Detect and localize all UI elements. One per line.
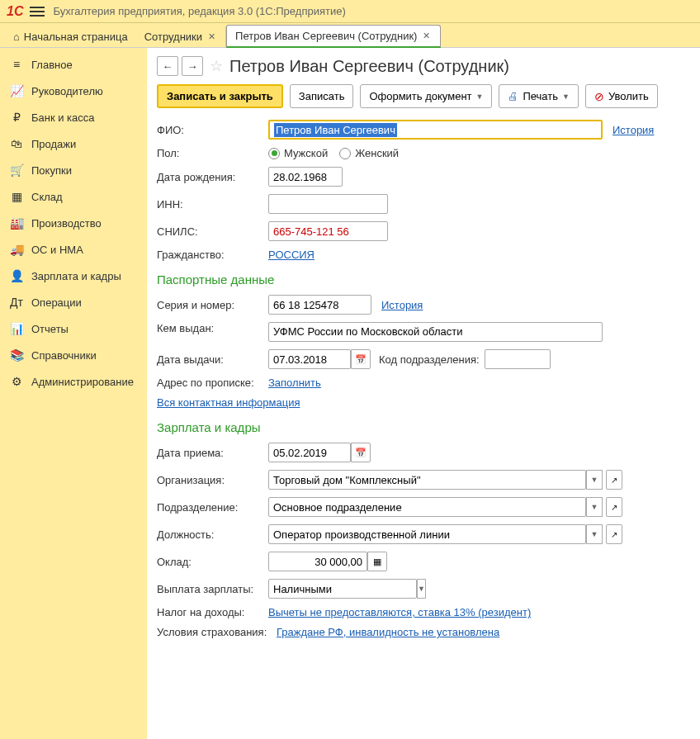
passport-issued-label: Кем выдан: xyxy=(157,322,268,334)
tab-employees[interactable]: Сотрудники ✕ xyxy=(136,26,226,47)
dropdown-icon[interactable]: ▼ xyxy=(586,497,603,517)
calendar-icon[interactable]: 📅 xyxy=(351,443,371,462)
sidebar-icon: ▦ xyxy=(10,190,23,203)
tax-link[interactable]: Вычеты не предоставляются, ставка 13% (р… xyxy=(268,606,531,618)
position-input[interactable] xyxy=(268,524,586,544)
all-contact-link[interactable]: Вся контактная информация xyxy=(157,396,300,409)
save-close-button[interactable]: Записать и закрыть xyxy=(157,84,283,108)
passport-history-link[interactable]: История xyxy=(381,299,423,311)
radio-male[interactable]: Мужской xyxy=(268,147,328,159)
sidebar-icon: ₽ xyxy=(10,111,23,124)
passport-code-input[interactable] xyxy=(485,349,551,369)
sidebar-item-label: ОС и НМА xyxy=(31,244,83,256)
sidebar-item-label: Руководителю xyxy=(31,85,103,97)
citizenship-label: Гражданство: xyxy=(157,249,268,261)
sidebar-item[interactable]: 🛒Покупки xyxy=(0,157,147,183)
sidebar-item-label: Отчеты xyxy=(31,323,69,335)
back-button[interactable]: ← xyxy=(157,56,178,76)
toolbar: Записать и закрыть Записать Оформить док… xyxy=(157,84,690,108)
sidebar-item-label: Операции xyxy=(31,296,82,309)
tax-label: Налог на доходы: xyxy=(157,606,268,618)
favorite-icon[interactable]: ☆ xyxy=(210,57,223,75)
sidebar-item-label: Банк и касса xyxy=(31,111,95,124)
sidebar-icon: 📈 xyxy=(10,84,23,97)
tab-home-label: Начальная страница xyxy=(24,31,128,43)
sidebar-item[interactable]: 📚Справочники xyxy=(0,342,147,368)
sidebar-icon: 🚚 xyxy=(10,243,23,256)
sidebar-item-label: Склад xyxy=(31,191,63,203)
salary-input[interactable] xyxy=(268,552,367,571)
dropdown-icon[interactable]: ▼ xyxy=(586,524,603,544)
fio-history-link[interactable]: История xyxy=(612,124,654,136)
tab-home[interactable]: ⌂ Начальная страница xyxy=(5,26,136,47)
sidebar-item[interactable]: ДтОперации xyxy=(0,289,147,315)
passport-issued-input[interactable]: УФМС России по Московской области xyxy=(268,322,603,342)
address-label: Адрес по прописке: xyxy=(157,377,268,389)
snils-input[interactable] xyxy=(268,221,388,241)
sidebar-item[interactable]: ⚙Администрирование xyxy=(0,368,147,395)
fire-button[interactable]: ⊘Уволить xyxy=(585,84,658,108)
passport-date-input[interactable] xyxy=(268,349,351,369)
tab-employees-label: Сотрудники xyxy=(144,31,202,43)
inn-input[interactable] xyxy=(268,194,388,214)
app-logo: 1C xyxy=(7,4,23,19)
open-ref-button[interactable]: ↗ xyxy=(606,497,622,517)
open-ref-button[interactable]: ↗ xyxy=(606,470,622,490)
sidebar-icon: Дт xyxy=(10,296,23,309)
fio-input[interactable]: Петров Иван Сергеевич xyxy=(268,120,603,140)
dept-input[interactable] xyxy=(268,497,586,517)
sidebar-item[interactable]: 🏭Производство xyxy=(0,210,147,236)
close-icon[interactable]: ✕ xyxy=(421,31,432,41)
position-label: Должность: xyxy=(157,528,268,541)
sidebar-item[interactable]: ₽Банк и касса xyxy=(0,104,147,130)
sidebar-item[interactable]: 🛍Продажи xyxy=(0,130,147,157)
dob-label: Дата рождения: xyxy=(157,171,268,183)
sidebar-item-label: Покупки xyxy=(31,164,72,177)
dropdown-icon[interactable]: ▼ xyxy=(417,579,426,599)
sex-label: Пол: xyxy=(157,147,268,159)
snils-label: СНИЛС: xyxy=(157,225,268,238)
sidebar-item[interactable]: 📈Руководителю xyxy=(0,78,147,104)
org-label: Организация: xyxy=(157,474,268,486)
address-fill-link[interactable]: Заполнить xyxy=(268,377,321,389)
passport-serial-input[interactable] xyxy=(268,295,371,315)
sidebar-item[interactable]: ▦Склад xyxy=(0,183,147,210)
sidebar-icon: 📚 xyxy=(10,348,23,362)
passport-date-label: Дата выдачи: xyxy=(157,353,268,366)
radio-female[interactable]: Женский xyxy=(339,147,399,159)
calendar-icon[interactable]: 📅 xyxy=(351,349,371,369)
sidebar-item[interactable]: ≡Главное xyxy=(0,51,147,78)
salary-label: Оклад: xyxy=(157,556,268,568)
passport-serial-label: Серия и номер: xyxy=(157,299,268,311)
insurance-link[interactable]: Граждане РФ, инвалидность не установлена xyxy=(277,626,499,638)
print-button[interactable]: 🖨Печать▼ xyxy=(499,84,579,108)
payment-input[interactable] xyxy=(268,579,417,599)
sidebar-item[interactable]: 👤Зарплата и кадры xyxy=(0,263,147,289)
sidebar-item-label: Производство xyxy=(31,217,102,230)
sidebar-item[interactable]: 🚚ОС и НМА xyxy=(0,236,147,263)
home-icon: ⌂ xyxy=(13,31,20,43)
citizenship-link[interactable]: РОССИЯ xyxy=(268,249,315,261)
forward-button[interactable]: → xyxy=(182,56,203,76)
sidebar-item-label: Справочники xyxy=(31,349,97,362)
save-button[interactable]: Записать xyxy=(290,84,354,108)
sidebar-icon: 👤 xyxy=(10,269,23,282)
sidebar-icon: 🛍 xyxy=(10,137,23,150)
open-ref-button[interactable]: ↗ xyxy=(606,524,622,544)
create-document-button[interactable]: Оформить документ▼ xyxy=(360,84,492,108)
sidebar-item[interactable]: 📊Отчеты xyxy=(0,315,147,342)
dob-input[interactable] xyxy=(268,167,343,187)
sidebar-icon: 🛒 xyxy=(10,163,23,177)
sidebar-item-label: Главное xyxy=(31,59,73,71)
hamburger-icon[interactable] xyxy=(30,4,45,19)
calculator-icon[interactable]: ▦ xyxy=(367,552,387,571)
close-icon[interactable]: ✕ xyxy=(206,31,217,42)
org-input[interactable] xyxy=(268,470,586,490)
insurance-label: Условия страхования: xyxy=(157,626,277,638)
hire-date-input[interactable] xyxy=(268,443,351,462)
tab-employee-card[interactable]: Петров Иван Сергеевич (Сотрудник) ✕ xyxy=(226,25,441,48)
passport-section-title: Паспортные данные xyxy=(157,272,690,287)
dropdown-icon[interactable]: ▼ xyxy=(586,470,603,490)
main-content: ← → ☆ Петров Иван Сергеевич (Сотрудник) … xyxy=(147,48,700,739)
sidebar-icon: ≡ xyxy=(10,58,23,71)
